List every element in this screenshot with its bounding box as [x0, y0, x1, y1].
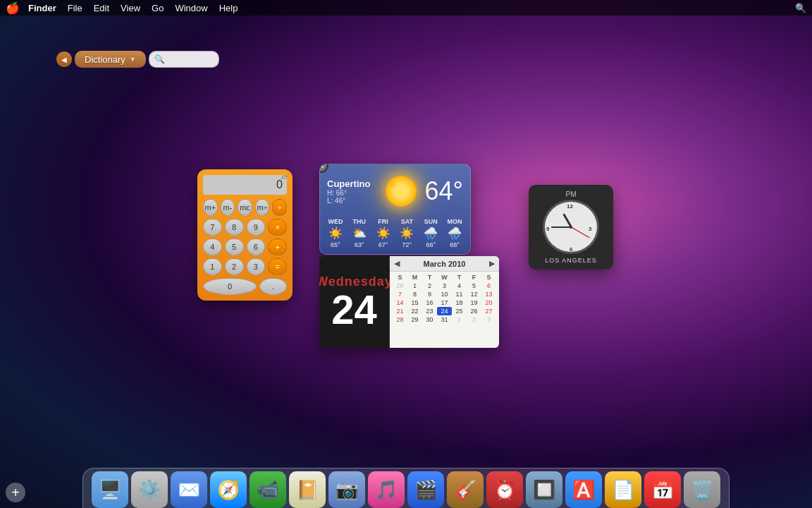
menubar-file[interactable]: File [68, 3, 82, 13]
dock-app-store[interactable]: 🅰️ [565, 471, 602, 508]
dock-itunes[interactable]: 🎵 [368, 471, 405, 508]
cal-cell-6[interactable]: 6 [481, 282, 496, 290]
cal-cell-24-today[interactable]: 24 [437, 307, 452, 315]
dock-trash[interactable]: 🗑️ [684, 471, 720, 508]
add-to-dashboard-button[interactable]: + [6, 483, 25, 502]
calendar-next-button[interactable]: ▶ [489, 259, 495, 268]
cal-cell-21[interactable]: 21 [393, 307, 407, 315]
cal-cell-5[interactable]: 5 [467, 282, 481, 290]
calc-btn-8[interactable]: 8 [225, 219, 244, 236]
cal-cell-15[interactable]: 15 [407, 298, 422, 307]
calc-btn-multiply[interactable]: × [268, 219, 287, 236]
calc-btn-3[interactable]: 3 [247, 258, 266, 275]
dock-imovie[interactable]: 🎬 [407, 471, 444, 508]
dock-system-preferences[interactable]: ⚙️ [131, 471, 168, 508]
cal-cell-25[interactable]: 25 [452, 307, 467, 315]
calc-btn-5[interactable]: 5 [225, 238, 244, 255]
dictionary-search-input[interactable] [165, 54, 213, 64]
cal-cell-30[interactable]: 30 [422, 315, 437, 324]
calc-btn-m-div[interactable]: m÷ [255, 199, 270, 216]
dictionary-widget: ◀ Dictionary ▼ 🔍 [56, 51, 219, 68]
cal-cell-7[interactable]: 7 [393, 290, 407, 298]
cal-cell-14[interactable]: 14 [393, 298, 407, 307]
forecast-wed: WED ☀️ 65° [324, 218, 347, 248]
cal-cell-26[interactable]: 26 [467, 307, 481, 315]
cal-cell-28-prev[interactable]: 28 [393, 282, 407, 290]
dock-mail[interactable]: ✉️ [171, 471, 207, 508]
clock-city: LOS ANGELES [545, 257, 597, 264]
cal-cell-13[interactable]: 13 [481, 290, 496, 298]
calc-btn-0[interactable]: 0 [203, 278, 257, 295]
cal-cell-23[interactable]: 23 [422, 307, 437, 315]
cal-cell-12[interactable]: 12 [467, 290, 481, 298]
menubar-go[interactable]: Go [152, 3, 164, 13]
cal-cell-20[interactable]: 20 [481, 298, 496, 307]
dictionary-label-bar: Dictionary ▼ [75, 51, 146, 68]
menubar-edit[interactable]: Edit [94, 3, 109, 13]
calendar-prev-button[interactable]: ◀ [394, 259, 400, 268]
cal-cell-2[interactable]: 2 [422, 282, 437, 290]
dock-safari[interactable]: 🧭 [210, 471, 247, 508]
dock-expose[interactable]: 🔲 [526, 471, 562, 508]
dock-facetime[interactable]: 📹 [250, 471, 286, 508]
calc-btn-7[interactable]: 7 [203, 219, 222, 236]
weather-lo: L: 46° [327, 197, 380, 205]
calc-btn-plus[interactable]: + [268, 238, 287, 255]
cal-cell-11[interactable]: 11 [452, 290, 467, 298]
clock-second-hand [571, 226, 589, 238]
cal-cell-31[interactable]: 31 [437, 315, 452, 324]
clock-minute-hand [551, 226, 571, 228]
weather-main: Cupertino H: 66° L: 46° 64° [320, 164, 470, 215]
apple-menu[interactable]: 🍎 [6, 1, 20, 15]
dock-calendar[interactable]: 📅 [644, 471, 681, 508]
calc-btn-4[interactable]: 4 [203, 238, 222, 255]
calendar-day-number: 24 [331, 289, 377, 330]
menubar-finder[interactable]: Finder [28, 3, 56, 13]
cal-header-s1: S [393, 273, 407, 282]
cal-cell-16[interactable]: 16 [422, 298, 437, 307]
cal-cell-4[interactable]: 4 [452, 282, 467, 290]
dictionary-dropdown-arrow[interactable]: ▼ [130, 56, 136, 63]
dictionary-back-button[interactable]: ◀ [56, 52, 72, 67]
calc-btn-1[interactable]: 1 [203, 258, 222, 275]
cal-cell-9[interactable]: 9 [422, 290, 437, 298]
calc-btn-divide[interactable]: ÷ [272, 199, 287, 216]
cal-header-m: M [407, 273, 422, 282]
calc-btn-mc[interactable]: mc [238, 199, 252, 216]
menubar-window[interactable]: Window [175, 3, 207, 13]
dock-finder[interactable]: 🖥️ [92, 471, 128, 508]
cal-cell-2-next[interactable]: 2 [467, 315, 481, 324]
cal-cell-22[interactable]: 22 [407, 307, 422, 315]
calc-btn-m-minus[interactable]: m- [221, 199, 235, 216]
menubar-search-icon[interactable]: 🔍 [795, 3, 806, 13]
dictionary-search-icon: 🔍 [154, 54, 165, 64]
cal-cell-17[interactable]: 17 [437, 298, 452, 307]
cal-cell-19[interactable]: 19 [467, 298, 481, 307]
cal-cell-28[interactable]: 28 [393, 315, 407, 324]
calc-btn-m-plus[interactable]: m+ [203, 199, 218, 216]
dock-address-book[interactable]: 📔 [289, 471, 326, 508]
cal-header-s2: S [481, 273, 496, 282]
cal-cell-18[interactable]: 18 [452, 298, 467, 307]
dock-time-machine[interactable]: ⏰ [486, 471, 523, 508]
dock-iwork[interactable]: 📄 [605, 471, 641, 508]
calc-btn-2[interactable]: 2 [225, 258, 244, 275]
calc-btn-equals[interactable]: = [268, 258, 287, 275]
cal-cell-10[interactable]: 10 [437, 290, 452, 298]
dock-garageband[interactable]: 🎸 [447, 471, 484, 508]
cal-cell-27[interactable]: 27 [481, 307, 496, 315]
cal-cell-3[interactable]: 3 [437, 282, 452, 290]
cal-cell-3-next[interactable]: 3 [481, 315, 496, 324]
menubar-help[interactable]: Help [219, 3, 238, 13]
cal-cell-1[interactable]: 1 [407, 282, 422, 290]
menubar-view[interactable]: View [121, 3, 140, 13]
calc-btn-decimal[interactable]: . [259, 278, 287, 295]
cal-cell-8[interactable]: 8 [407, 290, 422, 298]
calc-btn-6[interactable]: 6 [247, 238, 266, 255]
dock-iphoto[interactable]: 📷 [328, 471, 365, 508]
cal-cell-29[interactable]: 29 [407, 315, 422, 324]
calc-btn-9[interactable]: 9 [247, 219, 266, 236]
cal-cell-1-next[interactable]: 1 [452, 315, 467, 324]
dictionary-search-bar[interactable]: 🔍 [149, 51, 219, 68]
clock-ampm: PM [566, 190, 577, 198]
